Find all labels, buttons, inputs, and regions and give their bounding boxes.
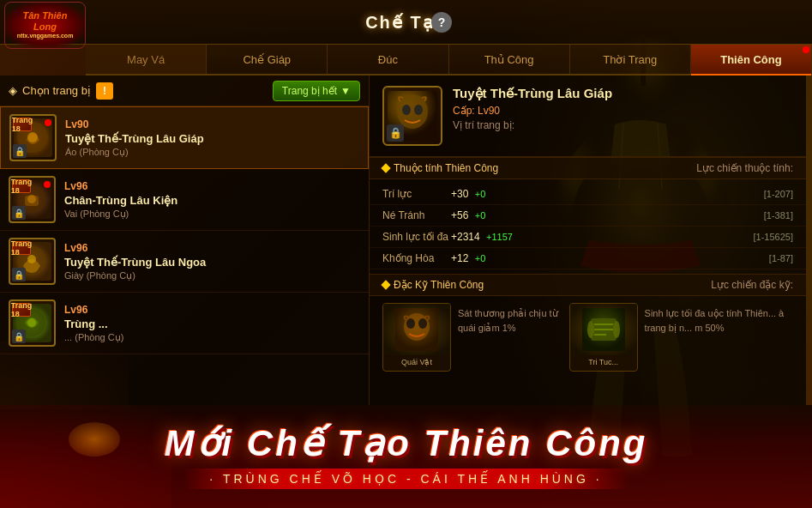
equipment-item[interactable]: Trang 18 🔒 Lv96 Trùng ... ... (Phòng Cụ) bbox=[0, 293, 369, 354]
diamond-icon bbox=[381, 163, 390, 172]
svg-point-9 bbox=[27, 195, 36, 203]
item-info: Lv96 Chân-Trùng Lâu Kiện Vai (Phòng Cụ) bbox=[64, 180, 360, 220]
item-tier-badge: Trang 18 bbox=[13, 118, 32, 131]
detail-item-icon: 🔒 bbox=[382, 86, 442, 146]
svg-point-20 bbox=[406, 318, 415, 329]
item-icon: Trang 18 🔒 bbox=[9, 238, 56, 285]
tab-thoi-trang[interactable]: Thời Trang bbox=[570, 45, 691, 74]
dragon-decoration bbox=[0, 405, 171, 508]
skill-label: Tri Tuc... bbox=[570, 355, 637, 371]
svg-point-27 bbox=[587, 321, 594, 338]
tab-may-va[interactable]: May Vá bbox=[86, 45, 207, 74]
attr-row: Trí lực +30 +0 [1-207] bbox=[370, 184, 806, 205]
chevron-down-icon: ▼ bbox=[340, 85, 351, 97]
skill-description: Sát thương phải chịu từ quái giảm 1% bbox=[458, 303, 561, 335]
svg-point-16 bbox=[402, 105, 411, 115]
item-tier-badge: Trang 18 bbox=[12, 179, 31, 193]
banner-sub-text: · TRÙNG CHẾ VÕ HỌC - CÁI THẾ ANH HÙNG · bbox=[183, 469, 628, 489]
item-info: Lv96 Tuyệt Thế-Trùng Lâu Ngoa Giày (Phòn… bbox=[64, 242, 360, 281]
tab-thu-cong[interactable]: Thủ Công bbox=[449, 45, 570, 74]
title-bar: Tân Thiên Long nttx.vnggames.com Chế Tạo… bbox=[0, 0, 812, 45]
skill-card: Tri Tuc... Sinh lực tối đa uộc tính Thiê… bbox=[569, 303, 793, 372]
skill-scroll-icon bbox=[582, 308, 625, 351]
equipment-item[interactable]: Trang 18 🔒 Lv96 Tuyệt Thế-Trùng Lâu Ngoa… bbox=[0, 231, 369, 293]
skill-description: Sinh lực tối đa uộc tính Thiên... à tran… bbox=[645, 303, 793, 335]
item-tier-badge: Trang 18 bbox=[12, 303, 31, 317]
item-tier-badge: Trang 18 bbox=[12, 241, 31, 255]
skill-card-1: Quái Vật bbox=[382, 303, 451, 372]
item-icon: Trang 18 🔒 bbox=[9, 114, 57, 161]
left-panel: ◈ Chọn trang bị ! Trang bị hết ▼ Trang 1… bbox=[0, 76, 369, 405]
detail-info: Tuyệt Thế-Trùng Lâu Giáp Cấp: Lv90 Vị tr… bbox=[453, 86, 793, 131]
svg-point-17 bbox=[414, 105, 423, 115]
item-icon: Trang 18 🔒 bbox=[9, 176, 56, 223]
attributes-table: Trí lực +30 +0 [1-207] Né Tránh +56 +0 [… bbox=[370, 179, 806, 274]
item-lock-icon: 🔒 bbox=[12, 330, 26, 343]
svg-point-6 bbox=[27, 132, 38, 142]
bottom-banner: Mới Chế Tạo Thiên Công · TRÙNG CHẾ VÕ HỌ… bbox=[0, 405, 812, 508]
diamond-left: ◈ bbox=[9, 84, 17, 97]
skill-beast-icon bbox=[395, 308, 438, 351]
tab-duc[interactable]: Đúc bbox=[328, 45, 448, 74]
left-panel-header: ◈ Chọn trang bị ! Trang bị hết ▼ bbox=[0, 76, 369, 106]
detail-lock-icon: 🔒 bbox=[387, 124, 404, 142]
right-panel-header: 🔒 Tuyệt Thế-Trùng Lâu Giáp Cấp: Lv90 Vị … bbox=[370, 76, 806, 157]
svg-point-28 bbox=[613, 321, 620, 338]
item-lock-icon: 🔒 bbox=[12, 206, 26, 220]
attr-row: Sinh lực tối đa +2314 +1157 [1-15625] bbox=[370, 227, 806, 248]
diamond-icon bbox=[381, 280, 390, 289]
item-new-dot bbox=[44, 181, 51, 188]
attr-row: Né Tránh +56 +0 [1-381] bbox=[370, 205, 806, 227]
tab-badge bbox=[803, 46, 809, 53]
item-lock-icon: 🔒 bbox=[13, 144, 27, 158]
equipment-item[interactable]: Trang 18 🔒 Lv96 Chân-Trùng Lâu Kiện Vai … bbox=[0, 169, 369, 231]
attributes-section-title: Thuộc tính Thiên Công Lực chiến thuộc tí… bbox=[370, 157, 806, 179]
attr-row: Khống Hòa +12 +0 [1-87] bbox=[370, 248, 806, 269]
item-info: Lv90 Tuyệt Thế-Trùng Lâu Giáp Áo (Phòng … bbox=[65, 118, 359, 158]
svg-point-13 bbox=[27, 318, 36, 327]
skills-area: Quái Vật Sát thương phải chịu từ quái gi… bbox=[370, 296, 806, 378]
banner-main-text: Mới Chế Tạo Thiên Công bbox=[165, 424, 648, 463]
skill-card: Quái Vật Sát thương phải chịu từ quái gi… bbox=[382, 303, 561, 372]
item-lock-icon: 🔒 bbox=[12, 268, 26, 281]
left-header-title: ◈ Chọn trang bị ! bbox=[9, 82, 113, 100]
navigation-tabs: May Vá Chế Giáp Đúc Thủ Công Thời Trang … bbox=[86, 45, 812, 76]
skills-section-title: Đặc Kỹ Thiên Công Lực chiến đặc kỹ: bbox=[370, 274, 806, 296]
svg-point-21 bbox=[418, 318, 427, 329]
tab-thien-cong[interactable]: Thiên Công bbox=[691, 45, 812, 74]
equipment-list[interactable]: Trang 18 🔒 Lv90 Tuyệt Thế-Trùng Lâu Giáp… bbox=[0, 106, 369, 405]
help-button[interactable]: ? bbox=[431, 12, 452, 33]
skill-label: Quái Vật bbox=[383, 355, 450, 371]
warning-icon: ! bbox=[96, 82, 113, 100]
item-info: Lv96 Trùng ... ... (Phòng Cụ) bbox=[64, 304, 360, 343]
skill-icon bbox=[570, 304, 637, 355]
skill-icon bbox=[383, 304, 450, 355]
item-new-dot bbox=[45, 119, 51, 126]
right-panel: 🔒 Tuyệt Thế-Trùng Lâu Giáp Cấp: Lv90 Vị … bbox=[369, 76, 806, 405]
flame-particle bbox=[69, 422, 120, 457]
game-logo: Tân Thiên Long nttx.vnggames.com bbox=[4, 2, 86, 49]
tab-che-giap[interactable]: Chế Giáp bbox=[207, 45, 328, 74]
item-icon: Trang 18 🔒 bbox=[9, 299, 56, 347]
equipment-item[interactable]: Trang 18 🔒 Lv90 Tuyệt Thế-Trùng Lâu Giáp… bbox=[0, 106, 369, 169]
skill-card-2: Tri Tuc... bbox=[569, 303, 638, 372]
sort-button[interactable]: Trang bị hết ▼ bbox=[273, 81, 360, 101]
